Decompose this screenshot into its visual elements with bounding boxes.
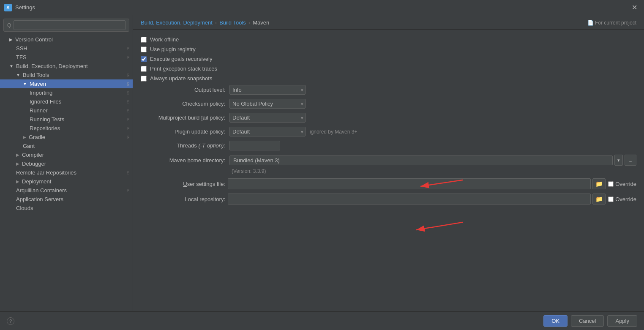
plugin-update-hint: ignored by Maven 3+ bbox=[310, 129, 357, 135]
checkbox-plugin-registry-row: Use plugin registry bbox=[141, 46, 636, 52]
output-level-row: Output level: Info Debug Warning Error bbox=[141, 85, 636, 95]
sidebar-item-label: Build, Execution, Deployment bbox=[16, 63, 88, 69]
sidebar-item-label: Arquillian Containers bbox=[16, 187, 67, 194]
copy-icon: ⎘ bbox=[127, 73, 129, 77]
plugin-update-policy-label: Plugin update policy: bbox=[141, 128, 225, 135]
sidebar-item-build-exec[interactable]: ▼ Build, Execution, Deployment bbox=[0, 62, 133, 71]
sidebar-item-app-servers[interactable]: Application Servers bbox=[0, 195, 133, 204]
work-offline-checkbox[interactable] bbox=[141, 37, 147, 43]
breadcrumb-build-tools[interactable]: Build Tools bbox=[219, 19, 246, 26]
threads-row: Threads (-T option): bbox=[141, 141, 636, 150]
breadcrumb-build-exec[interactable]: Build, Execution, Deployment bbox=[141, 19, 213, 26]
sidebar-item-repositories[interactable]: Repositories ⎘ bbox=[0, 124, 133, 133]
sidebar-item-label: Gant bbox=[23, 143, 35, 149]
breadcrumb-project: 📄 For current project bbox=[587, 20, 636, 26]
local-repo-browse-btn[interactable]: 📁 bbox=[592, 194, 606, 205]
sidebar-item-label: Maven bbox=[30, 81, 46, 87]
sidebar-item-runner[interactable]: Runner ⎘ bbox=[0, 106, 133, 115]
sidebar-item-label: Importing bbox=[30, 90, 52, 96]
maven-home-dropdown-btn[interactable]: ▾ bbox=[614, 155, 623, 166]
sidebar-item-ignored-files[interactable]: Ignored Files ⎘ bbox=[0, 97, 133, 106]
threads-input[interactable] bbox=[229, 141, 280, 150]
sidebar-item-remote-jar[interactable]: Remote Jar Repositories ⎘ bbox=[0, 168, 133, 177]
sidebar-item-tfs[interactable]: TFS ⎘ bbox=[0, 53, 133, 62]
sidebar-item-label: Remote Jar Repositories bbox=[16, 169, 76, 176]
help-icon[interactable]: ? bbox=[7, 317, 14, 325]
sidebar-item-debugger[interactable]: ▶ Debugger bbox=[0, 159, 133, 168]
close-button[interactable]: ✕ bbox=[629, 3, 640, 12]
search-box[interactable]: Q bbox=[3, 19, 129, 32]
breadcrumb: Build, Execution, Deployment › Build Too… bbox=[133, 15, 644, 30]
search-input[interactable] bbox=[14, 20, 126, 30]
sidebar-item-clouds[interactable]: Clouds bbox=[0, 204, 133, 213]
output-level-select-wrapper[interactable]: Info Debug Warning Error bbox=[229, 85, 306, 95]
sidebar-item-label: Compiler bbox=[22, 152, 44, 158]
search-icon: Q bbox=[7, 22, 11, 28]
expand-arrow: ▼ bbox=[23, 82, 27, 86]
always-update-checkbox[interactable] bbox=[141, 76, 147, 82]
user-settings-override-checkbox[interactable] bbox=[608, 181, 614, 187]
user-settings-override-label: Override bbox=[615, 181, 636, 187]
breadcrumb-sep1: › bbox=[215, 19, 217, 26]
ok-button[interactable]: OK bbox=[543, 315, 568, 327]
sidebar-item-arquillian[interactable]: Arquillian Containers ⎘ bbox=[0, 186, 133, 195]
local-repo-override-label: Override bbox=[615, 196, 636, 202]
sidebar-item-label: Repositories bbox=[30, 125, 60, 131]
always-update-label: Always update snapshots bbox=[150, 75, 212, 82]
plugin-registry-checkbox[interactable] bbox=[141, 46, 147, 52]
sidebar-item-deployment[interactable]: ▶ Deployment bbox=[0, 177, 133, 186]
sidebar-item-label: Gradle bbox=[29, 134, 45, 140]
copy-icon: ⎘ bbox=[127, 188, 129, 193]
maven-home-browse-btn[interactable]: ... bbox=[625, 155, 636, 166]
checksum-policy-select[interactable]: No Global Policy Fail Warn Ignore bbox=[229, 99, 306, 109]
multiproject-policy-select[interactable]: Default Never AtEnd Always bbox=[229, 113, 306, 123]
sidebar-item-importing[interactable]: Importing ⎘ bbox=[0, 88, 133, 97]
multiproject-policy-row: Multiproject build fail policy: Default … bbox=[141, 113, 636, 123]
sidebar-item-label: Clouds bbox=[16, 205, 33, 211]
sidebar-item-gradle[interactable]: ▶ Gradle ⎘ bbox=[0, 133, 133, 142]
plugin-update-policy-select[interactable]: Default Always Never Daily bbox=[229, 127, 306, 136]
content: Build, Execution, Deployment › Build Too… bbox=[133, 15, 644, 311]
maven-home-input[interactable] bbox=[229, 155, 613, 165]
settings-body: Work offline Use plugin registry Execute… bbox=[133, 30, 644, 215]
user-settings-browse-btn[interactable]: 📁 bbox=[592, 178, 606, 189]
sidebar-item-version-control[interactable]: ▶ Version Control bbox=[0, 35, 133, 44]
print-exception-checkbox[interactable] bbox=[141, 66, 147, 72]
main-layout: Q ▶ Version Control SSH ⎘ TFS ⎘ ▼ Build,… bbox=[0, 15, 644, 311]
sidebar-item-label: SSH bbox=[16, 45, 27, 52]
multiproject-policy-select-wrapper[interactable]: Default Never AtEnd Always bbox=[229, 113, 306, 123]
maven-home-row: Maven home directory: ▾ ... bbox=[141, 155, 636, 166]
app-icon: S bbox=[4, 4, 12, 11]
sidebar-item-label: TFS bbox=[16, 54, 27, 60]
title-bar: S Settings ✕ bbox=[0, 0, 644, 15]
checksum-policy-row: Checksum policy: No Global Policy Fail W… bbox=[141, 99, 636, 109]
sidebar-item-ssh[interactable]: SSH ⎘ bbox=[0, 44, 133, 53]
checksum-policy-label: Checksum policy: bbox=[141, 101, 225, 107]
copy-icon: ⎘ bbox=[127, 55, 129, 60]
local-repo-label: Local repository: bbox=[141, 196, 225, 202]
sidebar-item-build-tools[interactable]: ▼ Build Tools ⎘ bbox=[0, 71, 133, 79]
threads-label: Threads (-T option): bbox=[141, 142, 225, 149]
sidebar-item-running-tests[interactable]: Running Tests ⎘ bbox=[0, 115, 133, 124]
copy-icon: ⎘ bbox=[127, 46, 129, 51]
sidebar-item-label: Running Tests bbox=[30, 116, 64, 123]
execute-goals-checkbox[interactable] bbox=[141, 56, 147, 62]
output-level-label: Output level: bbox=[141, 87, 225, 93]
cancel-button[interactable]: Cancel bbox=[571, 315, 604, 327]
breadcrumb-sep2: › bbox=[248, 19, 250, 26]
sidebar-item-maven[interactable]: ▼ Maven ⎘ bbox=[0, 79, 133, 88]
user-settings-input[interactable]: C:\Users\Administrator\.m2\settings.xml bbox=[228, 178, 591, 189]
maven-home-select-wrapper: ▾ ... bbox=[229, 155, 636, 166]
checkbox-work-offline-row: Work offline bbox=[141, 36, 636, 43]
local-repo-input[interactable]: C:\Users\Administrator\.m2\repository bbox=[228, 194, 591, 205]
output-level-select[interactable]: Info Debug Warning Error bbox=[229, 85, 306, 95]
local-repo-override-checkbox[interactable] bbox=[608, 196, 614, 202]
expand-arrow: ▶ bbox=[16, 179, 19, 184]
sidebar-item-gant[interactable]: Gant bbox=[0, 142, 133, 150]
checksum-policy-select-wrapper[interactable]: No Global Policy Fail Warn Ignore bbox=[229, 99, 306, 109]
user-settings-override-wrapper: Override bbox=[608, 181, 636, 187]
sidebar-item-compiler[interactable]: ▶ Compiler bbox=[0, 150, 133, 159]
apply-button[interactable]: Apply bbox=[607, 315, 637, 327]
plugin-update-policy-select-wrapper[interactable]: Default Always Never Daily bbox=[229, 127, 306, 136]
sidebar-item-label: Version Control bbox=[15, 36, 53, 43]
